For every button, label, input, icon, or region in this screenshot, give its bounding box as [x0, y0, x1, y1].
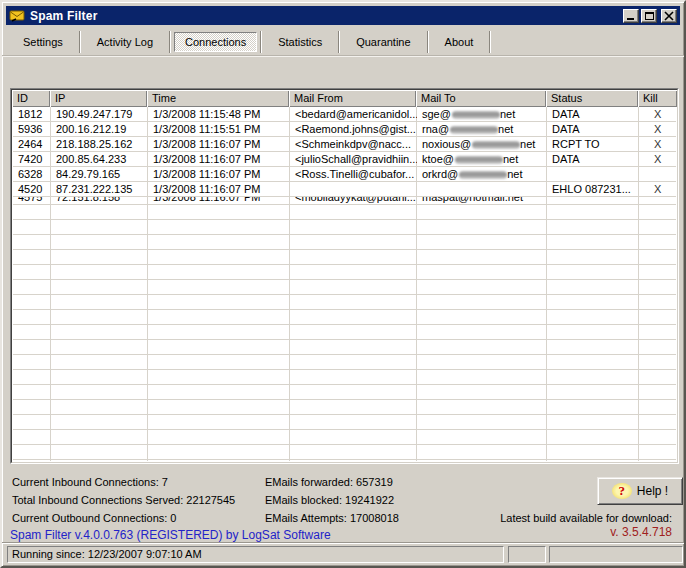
cell-ip: 87.231.222.135	[51, 182, 148, 197]
tab-bar: Settings Activity Log Connections Statis…	[10, 30, 676, 54]
cell-mail-to	[417, 182, 547, 197]
cell-status	[547, 197, 639, 205]
tab-settings[interactable]: Settings	[10, 32, 76, 52]
redaction-blur	[455, 156, 503, 164]
redaction-blur	[452, 111, 500, 119]
cell-ip: 218.188.25.162	[51, 137, 148, 152]
tab-separator	[489, 31, 491, 53]
stat-emails-attempts: EMails Attempts: 17008018	[265, 509, 399, 527]
kill-action[interactable]: X	[639, 137, 678, 152]
redaction-blur	[472, 141, 520, 149]
spam-filter-window: Spam Filter Settings Activity Log Connec…	[0, 0, 686, 568]
window-controls	[623, 9, 677, 23]
kill-action[interactable]	[639, 167, 678, 182]
cell-time: 1/3/2008 11:16:07 PM	[148, 182, 290, 197]
cell-time: 1/3/2008 11:15:48 PM	[148, 107, 290, 122]
kill-action[interactable]: X	[639, 122, 678, 137]
minimize-button[interactable]	[623, 9, 639, 23]
table-row[interactable]: 2464 218.188.25.162 1/3/2008 11:16:07 PM…	[13, 137, 676, 152]
help-button[interactable]: ? Help !	[597, 477, 683, 505]
tab-separator	[169, 31, 171, 53]
table-row-partial[interactable]: 4575 72.151.8.158 1/3/2008 11:16:07 PM <…	[13, 197, 676, 205]
cell-id: 7420	[13, 152, 51, 167]
tab-separator	[260, 31, 262, 53]
table-row[interactable]: 5936 200.16.212.19 1/3/2008 11:15:51 PM …	[13, 122, 676, 137]
tab-separator	[338, 31, 340, 53]
latest-build-version[interactable]: v. 3.5.4.718	[500, 525, 672, 539]
cell-ip: 190.49.247.179	[51, 107, 148, 122]
tab-separator	[427, 31, 429, 53]
tab-activity-log[interactable]: Activity Log	[84, 32, 166, 52]
kill-action[interactable]: X	[639, 182, 678, 197]
cell-time: 1/3/2008 11:16:07 PM	[148, 137, 290, 152]
latest-build-label: Latest build available for download:	[500, 511, 672, 525]
maximize-button[interactable]	[641, 9, 657, 23]
column-header-status[interactable]: Status	[546, 90, 638, 107]
cell-mail-from: <bedard@americanidol...	[290, 107, 417, 122]
column-header-ip[interactable]: IP	[50, 90, 147, 107]
cell-ip: 72.151.8.158	[51, 197, 148, 205]
cell-mail-from: <Schmeinkdpv@nacc...	[290, 137, 417, 152]
column-header-id[interactable]: ID	[12, 90, 50, 107]
cell-mail-to: orkrd@net	[417, 167, 547, 182]
column-header-kill[interactable]: Kill	[638, 90, 677, 107]
table-header: ID IP Time Mail From Mail To Status Kill	[12, 90, 677, 107]
cell-id: 6328	[13, 167, 51, 182]
cell-time: 1/3/2008 11:16:07 PM	[148, 167, 290, 182]
app-envelope-icon	[9, 9, 26, 22]
cell-mail-from: <mobiladyykat@putanl...	[290, 197, 417, 205]
help-button-label: Help !	[637, 484, 668, 498]
cell-id: 4575	[13, 197, 51, 205]
cell-status: RCPT TO	[547, 137, 639, 152]
tab-about[interactable]: About	[432, 32, 487, 52]
cell-kill	[639, 197, 676, 205]
cell-status: DATA	[547, 122, 639, 137]
maximize-icon	[645, 12, 654, 20]
empty-grid-rows	[13, 205, 676, 461]
cell-status: EHLO 087231...	[547, 182, 639, 197]
latest-build-info: Latest build available for download: v. …	[500, 511, 672, 539]
cell-ip: 200.85.64.233	[51, 152, 148, 167]
close-icon	[664, 11, 674, 21]
tab-statistics[interactable]: Statistics	[265, 32, 335, 52]
cell-status	[547, 167, 639, 182]
cell-id: 2464	[13, 137, 51, 152]
cell-id: 4520	[13, 182, 51, 197]
column-header-mail-to[interactable]: Mail To	[416, 90, 546, 107]
cell-time: 1/3/2008 11:16:07 PM	[148, 197, 290, 205]
stat-emails-forwarded: EMails forwarded: 657319	[265, 473, 399, 491]
table-row[interactable]: 4520 87.231.222.135 1/3/2008 11:16:07 PM…	[13, 182, 676, 197]
cell-id: 1812	[13, 107, 51, 122]
table-row[interactable]: 1812 190.49.247.179 1/3/2008 11:15:48 PM…	[13, 107, 676, 122]
cell-mail-to: noxious@net	[417, 137, 547, 152]
app-version-link[interactable]: Spam Filter v.4.0.0.763 (REGISTERED) by …	[10, 528, 331, 542]
toolbar-divider	[2, 55, 684, 57]
kill-action[interactable]: X	[639, 152, 678, 167]
cell-mail-to: sge@net	[417, 107, 547, 122]
column-header-time[interactable]: Time	[147, 90, 289, 107]
cell-ip: 200.16.212.19	[51, 122, 148, 137]
tab-connections[interactable]: Connections	[174, 32, 257, 52]
tab-quarantine[interactable]: Quarantine	[343, 32, 423, 52]
cell-status: DATA	[547, 107, 639, 122]
table-row[interactable]: 6328 84.29.79.165 1/3/2008 11:16:07 PM <…	[13, 167, 676, 182]
cell-time: 1/3/2008 11:15:51 PM	[148, 122, 290, 137]
stat-current-outbound: Current Outbound Connections: 0	[12, 509, 235, 527]
table-body: 1812 190.49.247.179 1/3/2008 11:15:48 PM…	[13, 107, 676, 461]
stat-total-inbound-served: Total Inbound Connections Served: 221275…	[12, 491, 235, 509]
stat-current-inbound: Current Inbound Connections: 7	[12, 473, 235, 491]
cell-status: DATA	[547, 152, 639, 167]
statusbar-panel-3	[549, 546, 683, 563]
statusbar-panel-2	[508, 546, 546, 563]
cell-mail-from: <julioSchall@pravidhiin...	[290, 152, 417, 167]
column-header-mail-from[interactable]: Mail From	[289, 90, 416, 107]
cell-mail-from: <Raemond.johns@gist...	[290, 122, 417, 137]
minimize-icon	[627, 18, 634, 20]
statusbar-divider	[2, 542, 684, 544]
table-row[interactable]: 7420 200.85.64.233 1/3/2008 11:16:07 PM …	[13, 152, 676, 167]
connections-table: ID IP Time Mail From Mail To Status Kill…	[10, 88, 679, 464]
title-bar[interactable]: Spam Filter	[6, 6, 680, 25]
close-button[interactable]	[661, 9, 677, 23]
kill-action[interactable]: X	[639, 107, 678, 122]
cell-mail-from: <Ross.Tinelli@cubafor...	[290, 167, 417, 182]
